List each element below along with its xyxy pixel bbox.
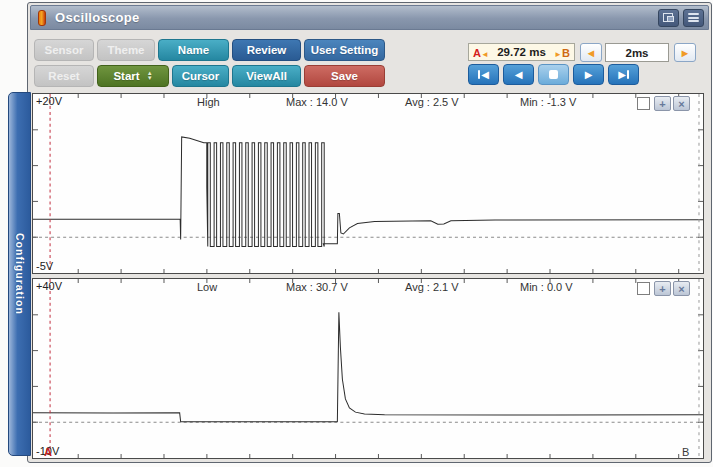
reset-button[interactable]: Reset <box>34 65 94 87</box>
menu-icon <box>688 13 699 22</box>
ab-time-value: 29.72 ms <box>497 46 546 58</box>
close-icon: × <box>678 98 684 110</box>
name-button[interactable]: Name <box>158 39 229 61</box>
chart-high-zoom-in-button[interactable]: + <box>654 96 671 111</box>
chart-high-min: Min : -1.3 V <box>520 96 576 108</box>
chart-high-scale-bottom: -5V <box>36 260 53 272</box>
step-back-button[interactable]: ◀ <box>503 64 534 85</box>
page: Oscilloscope Sensor Theme Name Review Us… <box>0 0 713 467</box>
window-menu-button[interactable] <box>683 9 704 27</box>
chart-high-max: Max : 14.0 V <box>286 96 348 108</box>
b-right-arrow-icon: ► <box>554 50 562 59</box>
close-icon: × <box>678 283 684 295</box>
cursor-b-tag: B <box>562 47 570 59</box>
user-setting-button[interactable]: User Setting <box>304 39 385 61</box>
configuration-tab-label: Configuration <box>14 233 26 315</box>
oscilloscope-window: Oscilloscope Sensor Theme Name Review Us… <box>27 2 712 463</box>
chart-low-close-button[interactable]: × <box>673 281 690 296</box>
skip-end-bar-icon <box>627 70 629 79</box>
timebase-decrease-button[interactable]: ◄ <box>580 43 602 62</box>
window-title: Oscilloscope <box>55 10 140 25</box>
sensor-button[interactable]: Sensor <box>34 39 94 61</box>
start-spinner-icon: ▲▼ <box>147 71 153 81</box>
skip-end-icon: ▶ <box>618 69 626 80</box>
configuration-tab[interactable]: Configuration <box>8 92 31 456</box>
plus-icon: + <box>659 98 665 110</box>
step-forward-icon: ▶ <box>585 69 593 80</box>
cursor-a-tag: A <box>473 47 481 59</box>
a-left-arrow-icon: ◄ <box>481 50 489 59</box>
timebase-value: 2ms <box>625 47 648 59</box>
window-restore-button[interactable] <box>658 9 679 27</box>
review-button-label: Review <box>247 44 287 56</box>
chart-low-zoom-in-button[interactable]: + <box>654 281 671 296</box>
restore-icon <box>663 13 674 22</box>
chart-low-channel-label: Low <box>197 281 217 293</box>
stop-button[interactable] <box>538 64 569 85</box>
left-arrow-icon: ◄ <box>586 47 597 59</box>
viewall-button-label: ViewAll <box>246 70 287 82</box>
name-button-label: Name <box>178 44 209 56</box>
chart-high-avg: Avg : 2.5 V <box>405 96 459 108</box>
chart-high-channel-label: High <box>197 96 220 108</box>
right-arrow-icon: ► <box>680 47 691 59</box>
chart-low-plot[interactable] <box>33 279 703 458</box>
chart-high-close-button[interactable]: × <box>673 96 690 111</box>
step-forward-button[interactable]: ▶ <box>573 64 604 85</box>
cursor-a-label[interactable]: A <box>44 446 52 458</box>
skip-to-end-button[interactable]: ▶ <box>608 64 639 85</box>
reset-button-label: Reset <box>48 70 79 82</box>
stop-icon <box>549 70 558 79</box>
chart-low-scale-top: +40V <box>36 280 62 292</box>
chart-low-max: Max : 30.7 V <box>286 281 348 293</box>
review-button[interactable]: Review <box>232 39 301 61</box>
start-button[interactable]: Start ▲▼ <box>97 65 169 87</box>
save-button[interactable]: Save <box>304 65 385 87</box>
chart-high[interactable]: +20V High Max : 14.0 V Avg : 2.5 V Min :… <box>32 93 704 274</box>
app-icon <box>38 10 46 26</box>
start-button-label: Start <box>113 70 139 82</box>
cursor-button[interactable]: Cursor <box>172 65 229 87</box>
cursor-b-label[interactable]: B <box>682 446 689 458</box>
playback-controls: ◀ ◀ ▶ ▶ <box>468 64 639 85</box>
chart-low-min: Min : 0.0 V <box>520 281 573 293</box>
ab-time-readout: A◄ 29.72 ms ►B <box>468 43 575 61</box>
chart-high-scale-top: +20V <box>36 95 62 107</box>
cursor-button-label: Cursor <box>182 70 220 82</box>
sensor-button-label: Sensor <box>45 44 84 56</box>
skip-start-bar-icon <box>478 70 480 79</box>
skip-to-start-button[interactable]: ◀ <box>468 64 499 85</box>
chart-high-display-checkbox[interactable] <box>637 97 650 110</box>
viewall-button[interactable]: ViewAll <box>232 65 301 87</box>
title-bar: Oscilloscope <box>30 5 709 30</box>
step-back-icon: ◀ <box>515 69 523 80</box>
chart-high-plot[interactable] <box>33 94 703 273</box>
skip-start-icon: ◀ <box>481 69 489 80</box>
theme-button[interactable]: Theme <box>97 39 155 61</box>
user-setting-button-label: User Setting <box>311 44 379 56</box>
save-button-label: Save <box>331 70 358 82</box>
timebase-field[interactable]: 2ms <box>605 43 669 62</box>
timebase-increase-button[interactable]: ► <box>674 43 696 62</box>
chart-low[interactable]: +40V Low Max : 30.7 V Avg : 2.1 V Min : … <box>32 278 704 459</box>
chart-low-avg: Avg : 2.1 V <box>405 281 459 293</box>
chart-low-display-checkbox[interactable] <box>637 282 650 295</box>
plus-icon: + <box>659 283 665 295</box>
theme-button-label: Theme <box>107 44 144 56</box>
